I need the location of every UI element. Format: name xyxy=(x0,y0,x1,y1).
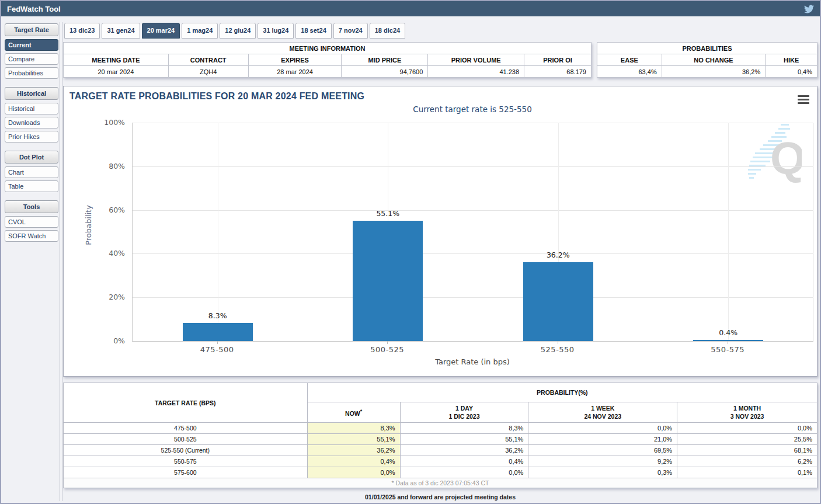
y-axis-title: Probability xyxy=(84,205,93,245)
app-title: FedWatch Tool xyxy=(7,5,61,13)
bar-value-label: 55.1% xyxy=(353,209,423,218)
probability-cell: 0,0% xyxy=(677,423,817,434)
meeting-information-body: MEETING INFORMATIONMEETING DATECONTRACTE… xyxy=(64,43,592,78)
probability-header-cell: PROBABILITY(%) xyxy=(307,383,817,402)
column-header-prior-volume: PRIOR VOLUME xyxy=(428,54,524,66)
sidebar-item-prior-hikes[interactable]: Prior Hikes xyxy=(5,131,58,142)
rate-cell: 525-550 (Current) xyxy=(64,445,308,456)
tab-1-mag24[interactable]: 1 mag24 xyxy=(182,23,218,39)
data-as-of-footnote: * Data as of 3 dic 2023 07:05:43 CT xyxy=(64,478,817,488)
rate-cell: 550-575 xyxy=(64,456,308,467)
probabilities-summary-table: PROBABILITIESEASENO CHANGEHIKE63,4%36,2%… xyxy=(597,42,817,78)
y-tick-label: 0% xyxy=(113,336,125,345)
sidebar-item-historical[interactable]: Historical xyxy=(5,103,58,114)
table-row: 575-6000,0%0,0%0,3%0,1% xyxy=(64,467,817,478)
probability-cell: 25,5% xyxy=(677,434,817,445)
chart-panel: TARGET RATE PROBABILITIES FOR 20 MAR 202… xyxy=(63,86,817,377)
prob-table-foot: * Data as of 3 dic 2023 07:05:43 CT xyxy=(64,478,817,488)
bar-475-500 xyxy=(183,323,253,341)
sidebar-section-historical: Historical xyxy=(5,87,58,100)
column-header-contract: CONTRACT xyxy=(168,54,248,66)
sidebar-section-dot-plot: Dot Plot xyxy=(5,151,58,164)
x-tick-label: 475-500 xyxy=(171,345,264,354)
column-header-1-month: 1 MONTH3 NOV 2023 xyxy=(677,402,817,423)
meeting-information-table: MEETING INFORMATIONMEETING DATECONTRACTE… xyxy=(63,42,592,78)
value-cell: 94,7600 xyxy=(342,66,428,78)
sidebar-item-sofr-watch[interactable]: SOFR Watch xyxy=(5,230,58,242)
chart-menu-icon[interactable] xyxy=(798,95,809,106)
probability-cell: 0,0% xyxy=(528,423,677,434)
probability-cell: 0,1% xyxy=(677,467,817,478)
value-cell: 20 mar 2024 xyxy=(64,66,169,78)
rate-cell: 575-600 xyxy=(64,467,308,478)
tab-12-giu24[interactable]: 12 giu24 xyxy=(220,23,256,39)
bar-500-525 xyxy=(353,221,423,341)
value-cell: 68.179 xyxy=(524,66,592,78)
app-header: FedWatch Tool xyxy=(1,1,820,16)
probability-history-table: TARGET RATE (BPS) PROBABILITY(%) NOW*1 D… xyxy=(63,383,817,488)
sidebar-item-current[interactable]: Current xyxy=(5,39,58,51)
column-header-no-change: NO CHANGE xyxy=(662,54,765,66)
probability-cell: 0,3% xyxy=(528,467,677,478)
table-row: 500-52555,1%55,1%21,0%25,5% xyxy=(64,434,817,445)
probability-cell: 21,0% xyxy=(528,434,677,445)
y-tick-label: 100% xyxy=(104,118,125,127)
probability-cell: 0,0% xyxy=(307,467,400,478)
plot-area: 8.3%55.1%36.2%0.4% xyxy=(132,123,813,342)
probability-cell: 69,5% xyxy=(528,445,677,456)
probability-cell: 9,2% xyxy=(528,456,677,467)
rate-cell: 475-500 xyxy=(64,423,308,434)
sidebar-item-table[interactable]: Table xyxy=(5,180,58,192)
y-tick-label: 60% xyxy=(109,206,125,214)
bar-value-label: 36.2% xyxy=(523,251,593,259)
sidebar-item-chart[interactable]: Chart xyxy=(5,166,58,178)
bar-value-label: 8.3% xyxy=(183,311,253,320)
column-header-1-day: 1 DAY1 DIC 2023 xyxy=(400,402,528,423)
tab-7-nov24[interactable]: 7 nov24 xyxy=(333,23,368,39)
y-tick-label: 80% xyxy=(109,162,125,171)
probability-cell: 0,0% xyxy=(400,467,528,478)
tab-18-set24[interactable]: 18 set24 xyxy=(295,23,331,39)
probability-cell: 55,1% xyxy=(400,434,528,445)
twitter-icon[interactable] xyxy=(804,4,814,14)
sidebar-item-cvol[interactable]: CVOL xyxy=(5,216,58,228)
sidebar-item-downloads[interactable]: Downloads xyxy=(5,117,58,128)
sidebar-divider xyxy=(60,22,60,501)
tab-31-gen24[interactable]: 31 gen24 xyxy=(102,23,140,39)
chart-title: TARGET RATE PROBABILITIES FOR 20 MAR 202… xyxy=(69,91,364,102)
table-row: 525-550 (Current)36,2%36,2%69,5%68,1% xyxy=(64,445,817,456)
tab-13-dic23[interactable]: 13 dic23 xyxy=(64,23,100,39)
sidebar: Target RateCurrentCompareProbabilitiesHi… xyxy=(5,23,58,244)
column-header-now: NOW* xyxy=(307,402,400,423)
column-header-ease: EASE xyxy=(597,54,662,66)
sidebar-item-compare[interactable]: Compare xyxy=(5,53,58,65)
sidebar-section-target-rate: Target Rate xyxy=(5,23,58,36)
probability-cell: 36,2% xyxy=(307,445,400,456)
projected-dates-note: 01/01/2025 and forward are projected mee… xyxy=(63,493,817,500)
probability-cell: 0,4% xyxy=(400,456,528,467)
fedwatch-tool-page: FedWatch Tool Target RateCurrentCompareP… xyxy=(0,0,821,504)
x-axis-title: Target Rate (in bps) xyxy=(132,357,813,366)
value-cell: 41.238 xyxy=(428,66,524,78)
rate-cell: 500-525 xyxy=(64,434,308,445)
x-tick-label: 525-550 xyxy=(511,345,604,354)
probability-cell: 68,1% xyxy=(677,445,817,456)
probability-cell: 6,2% xyxy=(677,456,817,467)
tab-31-lug24[interactable]: 31 lug24 xyxy=(258,23,294,39)
table-row: 475-5008,3%8,3%0,0%0,0% xyxy=(64,423,817,434)
probability-cell: 8,3% xyxy=(400,423,528,434)
chart-subtitle: Current target rate is 525-550 xyxy=(132,105,813,114)
tab-18-dic24[interactable]: 18 dic24 xyxy=(370,23,405,39)
value-cell: 0,4% xyxy=(766,66,817,78)
sidebar-item-probabilities[interactable]: Probabilities xyxy=(5,67,58,79)
y-axis: 0%20%40%60%80%100% xyxy=(100,123,128,341)
value-cell: 36,2% xyxy=(662,66,765,78)
probability-cell: 0,4% xyxy=(307,456,400,467)
tab-20-mar24[interactable]: 20 mar24 xyxy=(142,23,180,39)
rate-header-cell: TARGET RATE (BPS) xyxy=(64,383,308,423)
meeting-date-tab-bar: 13 dic2331 gen2420 mar241 mag2412 giu243… xyxy=(64,23,405,39)
y-tick-label: 40% xyxy=(109,249,125,258)
probability-cell: 55,1% xyxy=(307,434,400,445)
prob-table-head: TARGET RATE (BPS) PROBABILITY(%) NOW*1 D… xyxy=(64,383,817,423)
x-tick-label: 550-575 xyxy=(681,345,774,354)
